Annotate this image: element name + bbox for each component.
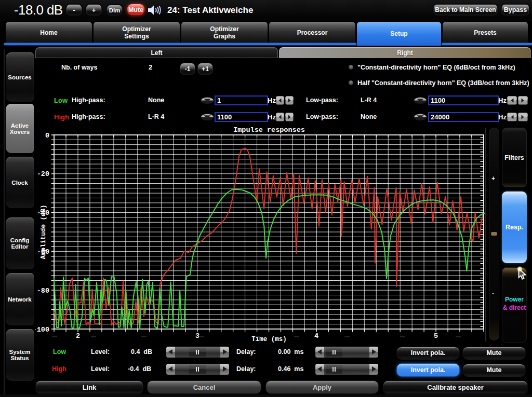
svg-text:3: 3 bbox=[195, 332, 200, 340]
svg-text:-20: -20 bbox=[37, 170, 49, 178]
svg-text:-80: -80 bbox=[37, 287, 49, 295]
svg-text:-100: -100 bbox=[35, 326, 49, 334]
svg-text:4: 4 bbox=[314, 332, 318, 340]
svg-text:Amplitude (dB): Amplitude (dB) bbox=[40, 204, 47, 259]
svg-text:2: 2 bbox=[76, 332, 80, 340]
svg-text:5: 5 bbox=[434, 332, 438, 340]
svg-text:0: 0 bbox=[45, 132, 49, 140]
svg-text:Impulse responses: Impulse responses bbox=[233, 126, 305, 134]
